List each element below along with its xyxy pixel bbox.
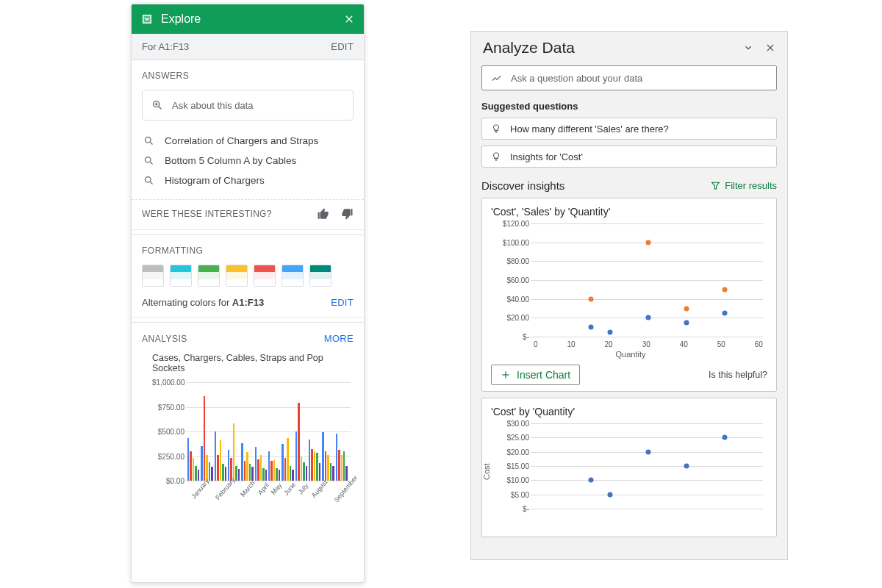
y-tick-label: $100.00: [494, 238, 529, 246]
analysis-more-button[interactable]: MORE: [324, 333, 354, 344]
svg-line-5: [150, 142, 152, 144]
y-tick-label: $-: [494, 505, 529, 513]
y-tick-label: $120.00: [494, 220, 529, 228]
bar-group: [282, 382, 293, 481]
x-tick-label: 20: [605, 340, 613, 348]
analysis-heading: ANALYSIS: [142, 334, 187, 344]
alt-colors-label: Alternating colors for A1:F13: [142, 297, 264, 308]
is-this-helpful-link[interactable]: Is this helpful?: [709, 370, 767, 380]
color-swatch[interactable]: [170, 265, 192, 287]
data-point: [723, 310, 728, 315]
insight-card-footer: Insert Chart Is this helpful?: [491, 365, 767, 385]
range-bar: For A1:F13 EDIT: [132, 34, 364, 60]
analysis-bar-chart[interactable]: $0.00$250.00$500.00$750.00$1,000.00Janua…: [152, 378, 351, 503]
range-edit-button[interactable]: EDIT: [331, 41, 354, 52]
y-tick-label: $30.00: [494, 420, 529, 428]
svg-line-7: [150, 162, 152, 164]
suggestion-item[interactable]: Bottom 5 Column A by Cables: [142, 151, 354, 171]
x-tick-label: 0: [534, 340, 538, 348]
chart-line-icon: [491, 73, 502, 84]
analysis-section: ANALYSIS MORE Cases, Chargers, Cables, S…: [132, 322, 364, 512]
suggested-question-label: Insights for 'Cost': [510, 151, 583, 162]
explore-title: Explore: [161, 12, 336, 26]
bar-group: [187, 382, 199, 481]
analyze-data-panel: Analyze Data Ask a question about your d…: [470, 31, 788, 560]
explore-icon: [140, 12, 154, 26]
suggestion-label: Correlation of Chargers and Straps: [165, 135, 318, 146]
color-swatch[interactable]: [142, 265, 164, 287]
bar-group: [215, 382, 226, 481]
x-tick-label: August: [309, 478, 338, 507]
bar-group: [268, 382, 280, 481]
x-tick-label: 40: [680, 340, 688, 348]
bar-group: [241, 382, 253, 481]
data-point: [646, 315, 651, 320]
y-tick-label: $5.00: [494, 490, 529, 498]
svg-point-4: [146, 137, 151, 143]
data-point: [723, 435, 728, 440]
ask-placeholder: Ask about this data: [172, 100, 254, 111]
color-swatch[interactable]: [198, 265, 220, 287]
insight-card-title: 'Cost', 'Sales' by 'Quantity': [491, 206, 767, 218]
thumbs-up-icon[interactable]: [317, 207, 330, 220]
insert-chart-label: Insert Chart: [517, 369, 570, 381]
lightbulb-icon: [491, 151, 501, 162]
formatting-heading: FORMATTING: [142, 245, 354, 256]
search-insight-icon: [143, 155, 154, 166]
filter-results-button[interactable]: Filter results: [711, 180, 777, 191]
svg-marker-12: [712, 182, 720, 189]
explore-scroll-area[interactable]: ANSWERS Ask about this data Correlation …: [132, 60, 364, 582]
lightbulb-icon: [491, 123, 501, 134]
x-axis-title: Quantity: [494, 350, 767, 359]
y-tick-label: $40.00: [494, 295, 529, 303]
suggested-questions-heading: Suggested questions: [481, 101, 777, 112]
color-swatch[interactable]: [226, 265, 248, 287]
suggestion-item[interactable]: Correlation of Chargers and Straps: [142, 131, 354, 151]
insert-chart-button[interactable]: Insert Chart: [491, 365, 580, 385]
thumbs-down-icon[interactable]: [340, 207, 354, 220]
y-tick-label: $60.00: [494, 276, 529, 284]
y-tick-label: $20.00: [494, 448, 529, 456]
bar-group: [255, 382, 267, 481]
close-icon[interactable]: [765, 43, 775, 53]
explore-header: Explore: [132, 4, 364, 34]
suggested-question-item[interactable]: How many different 'Sales' are there?: [481, 118, 777, 140]
answers-heading: ANSWERS: [142, 71, 354, 81]
color-swatch[interactable]: [309, 265, 331, 287]
svg-line-1: [159, 107, 161, 109]
filter-results-label: Filter results: [725, 180, 777, 191]
search-insight-icon: [143, 135, 154, 146]
explore-panel: Explore For A1:F13 EDIT ANSWERS Ask abou…: [131, 4, 365, 583]
insight-card-title: 'Cost' by 'Quantity': [491, 406, 767, 417]
range-label: For A1:F13: [142, 41, 189, 52]
color-swatch[interactable]: [282, 265, 304, 287]
data-point: [646, 449, 651, 454]
y-tick-label: $0.00: [152, 477, 184, 485]
ask-about-data-input[interactable]: Ask about this data: [142, 90, 354, 121]
svg-line-9: [150, 182, 152, 184]
analyze-body: Ask a question about your data Suggested…: [471, 65, 787, 559]
analyze-header: Analyze Data: [471, 32, 787, 65]
data-point: [646, 240, 651, 245]
formatting-edit-button[interactable]: EDIT: [331, 297, 354, 308]
suggestion-item[interactable]: Histogram of Chargers: [142, 171, 354, 190]
y-tick-label: $250.00: [152, 452, 184, 460]
analyze-ask-placeholder: Ask a question about your data: [511, 73, 642, 84]
y-tick-label: $1,000.00: [152, 379, 184, 387]
insight-scatter-chart[interactable]: Cost $-$5.00$10.00$15.00$20.00$25.00$30.…: [494, 420, 767, 531]
suggested-question-item[interactable]: Insights for 'Cost': [481, 146, 777, 168]
close-icon[interactable]: [343, 13, 355, 25]
y-tick-label: $500.00: [152, 428, 184, 436]
x-tick-label: 50: [717, 340, 725, 348]
analysis-heading-row: ANALYSIS MORE: [142, 333, 354, 344]
color-swatch[interactable]: [254, 265, 276, 287]
insight-card: 'Cost' by 'Quantity' Cost $-$5.00$10.00$…: [481, 398, 777, 537]
data-point: [608, 329, 613, 334]
plus-icon: [501, 370, 511, 380]
discover-insights-label: Discover insights: [481, 179, 564, 192]
data-point: [684, 464, 689, 469]
chevron-down-icon[interactable]: [743, 43, 753, 53]
data-point: [589, 325, 594, 330]
insight-scatter-chart[interactable]: Quantity $-$20.00$40.00$60.00$80.00$100.…: [494, 220, 767, 359]
analyze-ask-input[interactable]: Ask a question about your data: [481, 65, 777, 90]
